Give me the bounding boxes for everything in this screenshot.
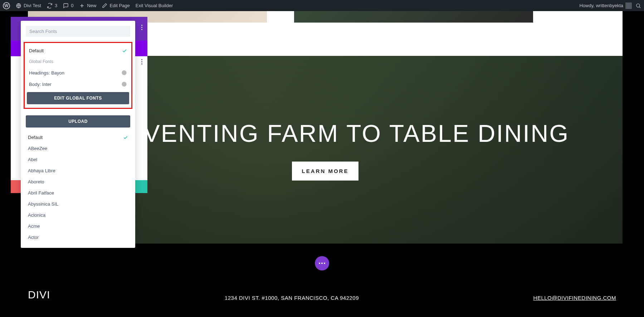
comments-link[interactable]: 0 [63,3,73,9]
font-option[interactable]: ABeeZee [26,143,130,154]
comments-count: 0 [71,3,73,8]
updates-count: 3 [55,3,57,8]
hero-image-right [294,11,533,23]
hero-title[interactable]: REINVENTING FARM TO TABLE DINING [81,119,569,147]
panel-menu-button[interactable] [141,25,142,30]
svg-point-1 [636,4,640,7]
divi-fab-button[interactable] [315,256,329,270]
new-content-link[interactable]: New [79,3,96,9]
dot-icon [319,263,320,264]
svg-point-3 [122,82,126,86]
font-option-global-headings[interactable]: Headings: Bayon [27,67,129,78]
dot-icon [324,263,325,264]
footer-section: DIVI 1234 DIVI ST. #1000, SAN FRANCISCO,… [0,244,644,317]
font-option[interactable]: Acme [26,221,130,232]
howdy-text: Howdy, writtenbyekta [579,3,623,8]
upload-font-button[interactable]: UPLOAD [26,115,130,128]
dot-icon [141,29,142,30]
font-label: Aclonica [28,212,45,218]
check-icon [123,135,128,140]
footer-logo[interactable]: DIVI [28,289,50,301]
font-label: Default [28,135,43,140]
wp-logo[interactable]: W [3,2,10,9]
svg-point-2 [122,70,126,75]
new-label: New [87,3,96,8]
font-label: Headings: Bayon [29,70,64,76]
font-option[interactable]: Aclonica [26,210,130,221]
globe-icon [121,81,127,87]
font-option-global-body[interactable]: Body: Inter [27,78,129,90]
exit-visual-builder-link[interactable]: Exit Visual Builder [136,3,173,8]
font-option[interactable]: Abel [26,154,130,165]
font-search-input[interactable] [26,26,130,37]
plus-icon [79,3,85,9]
font-option[interactable]: Aboreto [26,176,130,187]
global-fonts-highlight: Default Global Fonts Headings: Bayon Bod… [24,42,132,109]
font-label: Abril Fatface [28,190,54,196]
font-option-default[interactable]: Default [26,132,130,143]
site-name-text: Divi Test [24,3,41,8]
font-label: Abhaya Libre [28,168,55,173]
font-label: Abyssinica SIL [28,201,58,207]
dot-icon [141,27,142,28]
site-name[interactable]: Divi Test [16,3,41,9]
font-option[interactable]: Abril Fatface [26,187,130,198]
edit-page-link[interactable]: Edit Page [102,3,130,8]
font-option[interactable]: Abhaya Libre [26,165,130,176]
footer-address[interactable]: 1234 DIVI ST. #1000, SAN FRANCISCO, CA 9… [225,295,359,301]
font-option[interactable]: Abyssinica SIL [26,198,130,210]
dot-icon [141,59,142,60]
edit-page-label: Edit Page [109,3,130,8]
dot-icon [141,25,142,26]
dot-icon [321,263,323,264]
exit-vb-label: Exit Visual Builder [136,3,173,8]
font-search-wrap [21,21,135,42]
footer-email-link[interactable]: HELLO@DIVIFINEDINING.COM [533,295,616,301]
dot-icon [141,63,142,64]
font-label: Default [29,48,44,53]
dot-icon [141,61,142,62]
comment-icon [63,3,69,9]
font-label: Actor [28,235,39,240]
font-list: Default ABeeZee Abel Abhaya Libre Aboret… [21,130,135,248]
font-option[interactable]: Actor [26,232,130,243]
font-label: Aboreto [28,179,44,184]
user-avatar-icon [625,3,632,9]
option-menu-button[interactable] [141,59,142,64]
learn-more-button[interactable]: LEARN MORE [292,162,359,181]
wordpress-icon: W [3,2,10,9]
font-picker-dropdown: Default Global Fonts Headings: Bayon Bod… [21,21,135,248]
font-option-default[interactable]: Default [27,45,129,56]
home-icon [16,3,21,9]
refresh-icon [47,3,53,9]
edit-global-fonts-button[interactable]: EDIT GLOBAL FONTS [27,92,129,104]
font-label: Acme [28,224,40,229]
pencil-icon [102,3,107,8]
font-label: Abel [28,157,37,162]
search-icon [635,3,641,9]
updates-link[interactable]: 3 [47,3,57,9]
font-label: Body: Inter [29,82,52,87]
wp-admin-bar: W Divi Test 3 0 New Edit Page Exit Visua… [0,0,644,11]
user-account-link[interactable]: Howdy, writtenbyekta [579,3,632,9]
search-toggle[interactable] [635,3,641,9]
upload-section: UPLOAD [21,109,135,130]
global-fonts-label: Global Fonts [27,56,129,67]
globe-icon [121,70,127,76]
font-label: ABeeZee [28,146,47,151]
check-icon [122,48,127,53]
